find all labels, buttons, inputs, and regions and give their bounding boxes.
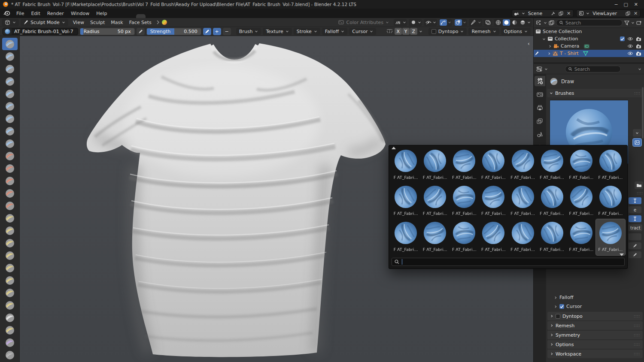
shading-wireframe-icon[interactable]	[495, 19, 502, 26]
sculpt-tool-button[interactable]	[2, 50, 18, 63]
filter-icon[interactable]	[624, 21, 629, 25]
chevron-down-icon[interactable]	[544, 21, 547, 24]
brush-grid-item[interactable]: F AT_Fabri...	[450, 219, 479, 255]
chevron-down-icon[interactable]	[419, 30, 422, 33]
brush-panel-dropdown[interactable]: Falloff	[322, 28, 347, 35]
sculpt-tool-button[interactable]	[2, 299, 18, 311]
tab-tool[interactable]	[535, 76, 545, 86]
brush-grid-item[interactable]: F AT_Fabri...	[538, 147, 567, 183]
sculpt-tool-button[interactable]	[2, 274, 18, 287]
workspace-tab[interactable]	[155, 14, 164, 18]
mirror-axis-toggle[interactable]: X	[395, 28, 402, 35]
brush-grid-item[interactable]: F AT_Fabri...	[538, 219, 567, 255]
fake-user-toggle[interactable]	[629, 197, 641, 204]
chevron-down-icon[interactable]	[478, 21, 481, 24]
hide-eye-icon[interactable]	[627, 44, 633, 48]
sculpt-tool-button[interactable]	[2, 100, 18, 112]
properties-search-input[interactable]	[574, 66, 617, 72]
workspace-tab[interactable]	[202, 14, 212, 18]
sculpt-tool-button[interactable]	[2, 262, 18, 274]
render-visibility-icon[interactable]	[636, 44, 641, 48]
dyntopo-dropdown[interactable]: Dyntopo	[428, 28, 467, 35]
brush-grid-item[interactable]: F AT_Fabri...	[538, 183, 567, 219]
panel-drag-dots[interactable]: ::::	[634, 324, 640, 328]
outliner-editor-icon[interactable]	[536, 20, 542, 25]
sculpt-tool-button[interactable]	[2, 212, 18, 224]
outliner-row-tshirt[interactable]: T - Shirt	[534, 50, 644, 57]
editor-type-button[interactable]	[2, 19, 19, 26]
brush-grid-item[interactable]: F AT_Fabri...	[450, 147, 479, 183]
render-visibility-icon[interactable]	[636, 51, 641, 56]
view-layer-selector[interactable]: ViewLayer ✕	[576, 9, 641, 17]
outliner-row-collection[interactable]: Collection	[534, 35, 644, 42]
chevron-down-icon[interactable]	[463, 21, 466, 24]
chevron-down-icon[interactable]	[448, 21, 451, 24]
blender-menu-icon[interactable]	[3, 11, 10, 16]
popup-search-input[interactable]	[402, 259, 622, 265]
remesh-dropdown[interactable]: Remesh	[468, 28, 499, 35]
falloff-subpanel[interactable]: Falloff	[546, 293, 644, 302]
workspace-tab[interactable]	[174, 14, 183, 18]
brush-grid-item[interactable]: F AT_Fabri...	[479, 219, 508, 255]
outliner-search[interactable]	[556, 19, 623, 26]
pressure-pen-button[interactable]	[629, 251, 641, 258]
minimize-button[interactable]: ─	[615, 2, 618, 7]
workspace-tab[interactable]	[164, 14, 174, 18]
sculpt-tool-button[interactable]	[2, 187, 18, 199]
hide-eye-icon[interactable]	[627, 37, 633, 41]
brush-grid-item[interactable]: F AT_Fabri...	[479, 147, 508, 183]
workspace-tab[interactable]	[127, 14, 136, 18]
viewport-menu[interactable]: Mask	[108, 19, 126, 26]
workspace-tab[interactable]	[193, 14, 202, 18]
outliner-row-camera[interactable]: Camera	[534, 42, 644, 50]
brush-grid-item[interactable]: F AT_Fabri...	[420, 183, 450, 219]
brush-grid-item[interactable]: F AT_Fabri...	[596, 183, 625, 219]
hide-eye-icon[interactable]	[627, 51, 633, 55]
outliner-search-input[interactable]	[565, 20, 619, 25]
pressure-pen-button[interactable]	[629, 242, 641, 249]
tab-render[interactable]	[535, 89, 545, 100]
chevron-down-icon[interactable]	[638, 67, 641, 71]
pin-icon[interactable]	[550, 11, 556, 16]
sculpt-tool-button[interactable]	[2, 287, 18, 299]
workspace-tab[interactable]	[146, 14, 155, 18]
brush-display-icon[interactable]	[410, 19, 417, 26]
scroll-down-arrow[interactable]	[620, 253, 624, 256]
panel-drag-dots[interactable]: ::::	[634, 352, 640, 356]
collapsed-panel[interactable]: Dyntopo ::::	[547, 312, 643, 320]
maximize-button[interactable]: ▢	[623, 2, 628, 7]
strength-slider[interactable]: Strength 0.500	[146, 28, 201, 35]
falloff-shape-icon[interactable]	[395, 19, 402, 26]
sculpt-tool-button[interactable]	[2, 199, 18, 212]
chevron-down-icon[interactable]	[527, 21, 531, 24]
brush-panel-dropdown[interactable]: Cursor	[349, 28, 376, 35]
brush-grid-item[interactable]: F AT_Fabri...	[508, 183, 538, 219]
brush-panel-dropdown[interactable]: Brush	[236, 28, 261, 35]
menu-item[interactable]: File	[13, 9, 27, 18]
truncated-field[interactable]	[629, 233, 641, 240]
brush-grid-item[interactable]: F AT_Fabri...	[479, 183, 508, 219]
panel-drag-dots[interactable]: ::::	[634, 343, 640, 347]
cursor-checkbox[interactable]	[559, 304, 564, 309]
outliner-row-scene-collection[interactable]: Scene Collection	[534, 28, 644, 35]
sculpt-tool-button[interactable]	[2, 237, 18, 249]
menu-item[interactable]: Help	[93, 9, 110, 18]
mirror-axis-toggle[interactable]: Z	[410, 28, 417, 35]
shading-solid-icon[interactable]	[503, 19, 510, 26]
brush-grid-item[interactable]: F AT_Fabri...	[596, 147, 625, 183]
collapsed-panel[interactable]: Symmetry ::::	[547, 331, 643, 339]
shading-material-icon[interactable]	[511, 19, 518, 26]
fake-user-toggle[interactable]	[629, 215, 641, 222]
brush-grid-item[interactable]: F AT_Fabri...	[567, 183, 596, 219]
sculpt-tool-button[interactable]	[2, 112, 18, 125]
mode-dropdown[interactable]: Sculpt Mode	[21, 19, 68, 26]
workspace-tab[interactable]	[212, 14, 221, 18]
truncated-button-e[interactable]: e	[629, 206, 641, 213]
sculpt-tool-button[interactable]	[2, 175, 18, 187]
sculpt-tool-button[interactable]	[2, 336, 18, 349]
xray-toggle-icon[interactable]	[484, 19, 492, 26]
sculpt-tool-button[interactable]	[2, 75, 18, 87]
brush-grid-item[interactable]: F AT_Fabri...	[567, 147, 596, 183]
render-visibility-icon[interactable]	[636, 37, 641, 41]
viewport-menu[interactable]: Face Sets	[126, 19, 155, 26]
